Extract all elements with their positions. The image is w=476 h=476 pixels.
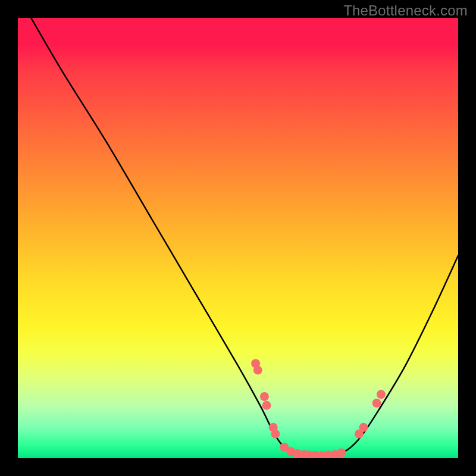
watermark-text: TheBottleneck.com: [343, 2, 468, 19]
data-point: [377, 390, 386, 399]
chart-container: TheBottleneck.com: [0, 0, 476, 476]
curve-overlay: [18, 18, 458, 458]
data-point: [337, 449, 346, 458]
data-points-group: [251, 359, 386, 458]
data-point: [262, 401, 271, 410]
data-point: [253, 366, 262, 375]
plot-area: [18, 18, 458, 458]
data-point: [260, 392, 269, 401]
data-point: [372, 399, 381, 408]
data-point: [271, 430, 280, 439]
data-point: [359, 423, 368, 432]
bottleneck-curve: [31, 18, 458, 456]
